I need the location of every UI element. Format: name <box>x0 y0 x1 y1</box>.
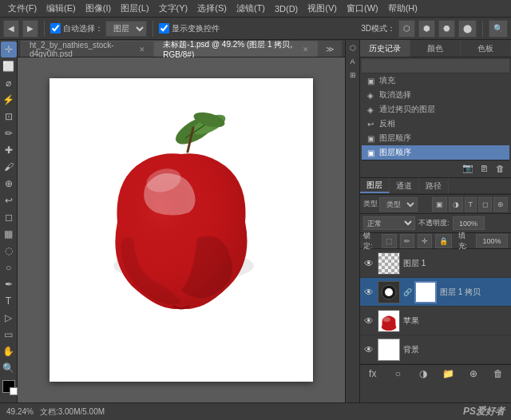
history-icon-5: ▣ <box>365 133 376 144</box>
layer-1-visibility[interactable]: 👁 <box>363 258 374 269</box>
path-select-tool[interactable]: ▷ <box>1 310 17 326</box>
menu-layer[interactable]: 图层(L) <box>116 1 153 16</box>
filter-icon-adjust[interactable]: ◑ <box>449 197 463 212</box>
lasso-tool[interactable]: ⌀ <box>1 75 17 91</box>
layer-group-btn[interactable]: 📁 <box>441 367 455 381</box>
menu-view[interactable]: 视图(V) <box>303 1 342 16</box>
menu-filter[interactable]: 滤镜(T) <box>232 1 270 16</box>
eyedropper-tool[interactable]: ✏ <box>1 125 17 141</box>
tab-file-1[interactable]: ht_2_by_nathies_stock-d4gy0ih.psd ✕ <box>21 41 154 57</box>
history-new-doc-btn[interactable]: 🖹 <box>477 162 490 175</box>
lock-transparent-btn[interactable]: ⬚ <box>382 234 397 248</box>
lock-all-btn[interactable]: 🔒 <box>435 234 452 248</box>
filter-icon-smart[interactable]: ⊛ <box>493 197 508 212</box>
tab-swatches[interactable]: 色板 <box>461 40 511 57</box>
layer-row-3[interactable]: 👁 苹果 <box>360 307 511 335</box>
move-tool[interactable]: ✛ <box>1 42 17 57</box>
foreground-color[interactable] <box>2 380 15 393</box>
menu-window[interactable]: 窗口(W) <box>342 1 383 16</box>
history-item-6[interactable]: ▣ 图层顺序 <box>362 145 509 160</box>
3d-btn-1[interactable]: ⬡ <box>398 20 415 38</box>
menu-file[interactable]: 文件(F) <box>3 1 42 16</box>
heal-tool[interactable]: ✚ <box>1 142 17 158</box>
lock-pixels-btn[interactable]: ✏ <box>400 234 414 248</box>
history-item-4[interactable]: ↩ 反相 <box>362 117 509 131</box>
filter-type-select[interactable]: 类型 <box>379 197 418 212</box>
adj-tab-paths[interactable]: 路径 <box>419 178 449 193</box>
search-btn[interactable]: 🔍 <box>489 20 508 38</box>
menu-select[interactable]: 选择(S) <box>192 1 232 16</box>
pen-tool[interactable]: ✒ <box>1 276 17 292</box>
3d-btn-4[interactable]: ⬤ <box>458 20 477 38</box>
tab-file-2[interactable]: 未标题-1.psd @ 49.2% (图层 1 拷贝, RGB/8#) ✕ <box>154 41 318 57</box>
canvas-viewport[interactable] <box>18 57 345 402</box>
layer-delete-btn[interactable]: 🗑 <box>491 367 505 381</box>
background-color[interactable] <box>10 387 18 395</box>
blur-tool[interactable]: ◌ <box>1 243 17 259</box>
filter-icon-text[interactable]: T <box>465 197 477 212</box>
zoom-tool[interactable]: 🔍 <box>1 360 17 376</box>
filter-icon-pixel[interactable]: ▣ <box>432 197 447 212</box>
blend-mode-select[interactable]: 正常 溶解 变暗 <box>363 216 415 230</box>
gradient-tool[interactable]: ▦ <box>1 226 17 242</box>
layer-4-visibility[interactable]: 👁 <box>363 344 374 355</box>
crop-tool[interactable]: ⊡ <box>1 109 17 125</box>
history-brush-tool[interactable]: ↩ <box>1 192 17 208</box>
history-delete-btn[interactable]: 🗑 <box>493 162 506 175</box>
eraser-tool[interactable]: ◻ <box>1 209 17 225</box>
filter-icon-shape[interactable]: ◻ <box>478 197 492 212</box>
tab-color[interactable]: 颜色 <box>410 40 461 57</box>
dodge-tool[interactable]: ○ <box>1 260 17 275</box>
magic-wand-tool[interactable]: ⚡ <box>1 92 17 108</box>
show-controls-checkbox[interactable] <box>159 23 169 34</box>
layer-2-link[interactable]: 🔗 <box>403 288 411 296</box>
forward-btn[interactable]: ▶ <box>22 20 38 38</box>
opacity-input[interactable] <box>453 216 485 230</box>
brush-tool[interactable]: 🖌 <box>1 159 17 175</box>
history-icon-1: ▣ <box>365 75 376 86</box>
history-item-5[interactable]: ▣ 图层顺序 <box>362 131 509 145</box>
menu-image[interactable]: 图像(I) <box>81 1 116 16</box>
tab-history[interactable]: 历史记录 <box>360 40 410 57</box>
lock-position-btn[interactable]: ✛ <box>418 234 432 248</box>
layer-row-1[interactable]: 👁 图层 1 <box>360 249 511 278</box>
back-btn[interactable]: ◀ <box>3 20 19 38</box>
adj-tab-layers[interactable]: 图层 <box>360 178 390 193</box>
shape-tool[interactable]: ▭ <box>1 327 17 343</box>
menu-text[interactable]: 文字(Y) <box>154 1 193 16</box>
layer-new-btn[interactable]: ⊕ <box>466 367 481 381</box>
tab-file-1-close[interactable]: ✕ <box>139 46 145 53</box>
history-item-2[interactable]: ◈ 取消选择 <box>362 88 509 102</box>
layer-row-4[interactable]: 👁 背景 <box>360 335 511 364</box>
menu-edit[interactable]: 编辑(E) <box>42 1 81 16</box>
hand-tool[interactable]: ✋ <box>1 343 17 359</box>
layer-mask-btn[interactable]: ○ <box>390 367 405 381</box>
3d-btn-3[interactable]: ⬣ <box>438 20 455 38</box>
adj-tab-channels[interactable]: 通道 <box>390 178 419 193</box>
history-item-3[interactable]: ◈ 通过拷贝的图层 <box>362 102 509 117</box>
menu-help[interactable]: 帮助(H) <box>383 1 422 16</box>
menu-3d[interactable]: 3D(D) <box>270 2 303 15</box>
tab-arrange-btn[interactable]: ≫ <box>318 41 342 57</box>
selection-tool[interactable]: ⬜ <box>1 58 17 74</box>
auto-select-dropdown[interactable]: 图层 <box>105 21 147 37</box>
text-tool[interactable]: T <box>1 293 17 309</box>
layer-mode-opacity-row: 正常 溶解 变暗 不透明度: <box>360 214 511 233</box>
layer-row-2[interactable]: 👁 🔗 图层 1 拷贝 <box>360 278 511 307</box>
layer-adjustment-btn[interactable]: ◑ <box>416 367 430 381</box>
layer-2-visibility[interactable]: 👁 <box>363 287 374 298</box>
layer-3-visibility[interactable]: 👁 <box>363 315 374 327</box>
auto-select-checkbox[interactable] <box>50 23 61 34</box>
side-icon-3[interactable]: ⊞ <box>347 69 359 81</box>
side-icon-1[interactable]: ⬡ <box>347 42 359 54</box>
fill-label: 填充: <box>458 231 473 252</box>
history-icon-4: ↩ <box>365 118 376 129</box>
layer-fx-btn[interactable]: fx <box>366 367 380 381</box>
history-snapshot-btn[interactable]: 📷 <box>461 162 474 175</box>
history-item-1[interactable]: ▣ 填充 <box>362 73 509 88</box>
tab-file-2-close[interactable]: ✕ <box>303 46 309 53</box>
3d-btn-2[interactable]: ⬢ <box>418 20 435 38</box>
fill-input[interactable] <box>476 234 508 248</box>
side-icon-2[interactable]: A <box>347 55 359 68</box>
clone-tool[interactable]: ⊕ <box>1 176 17 192</box>
